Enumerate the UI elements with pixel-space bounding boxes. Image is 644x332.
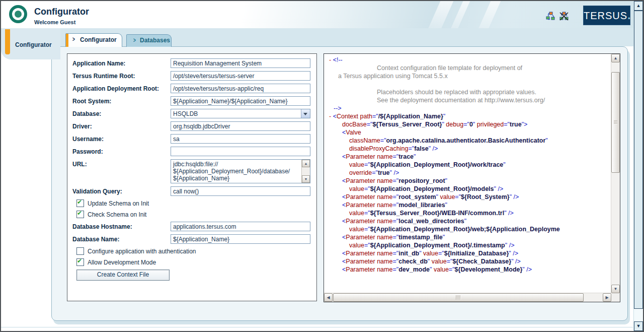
update-schema-checkbox[interactable]: ✔: [76, 200, 84, 207]
field-label: Database Hostname:: [72, 222, 171, 230]
xml-line: disableProxyCaching="false" />: [324, 145, 611, 153]
scroll-up-icon[interactable]: ▲: [611, 54, 620, 62]
field-label: Database Name:: [72, 234, 171, 243]
sidebar: Configurator: [1, 28, 60, 59]
xml-line: override="true" />: [324, 169, 611, 177]
xml-line: <Parameter name="root_system" value="${R…: [324, 193, 611, 201]
header-streak: [475, 1, 503, 28]
field-label: Application Deployment Root:: [72, 84, 171, 92]
xml-line: <Parameter name="trace": [324, 153, 611, 161]
xml-line: <Parameter name="local_web_directories": [324, 217, 611, 225]
scroll-up-icon[interactable]: ▲: [302, 160, 310, 167]
checkbox-row: ✔ Configure application with authenticat…: [76, 247, 316, 255]
url-textarea[interactable]: jdbc:hsqldb:file:// ${Application_Deploy…: [171, 159, 310, 183]
xml-line: value="${Application_Deployment_Root}/wo…: [324, 161, 611, 169]
xml-line: docBase="${Tersus_Server_Root}" debug="0…: [324, 120, 611, 128]
sidebar-item-configurator[interactable]: Configurator: [15, 41, 52, 48]
xml-line: <Parameter name="model_libraries": [324, 201, 611, 209]
tab-label: Configurator: [80, 36, 117, 43]
scrollbar-thumb[interactable]: [611, 72, 620, 173]
xml-line: Placeholders should be replaced with app…: [324, 88, 611, 96]
allow-dev-mode-checkbox[interactable]: ✔: [76, 258, 84, 266]
form-row: Database Hostname: applications.tersus.c…: [72, 222, 316, 231]
validation-query-input[interactable]: call now(): [171, 186, 310, 196]
scrollbar-thumb[interactable]: [634, 11, 643, 309]
form-row: Password:: [72, 147, 316, 156]
checkbox-row: ✔ Allow Development Mode: [76, 258, 316, 266]
xml-line: [324, 80, 611, 88]
application-name-input[interactable]: Requisition Management System: [171, 58, 310, 68]
tersus-runtime-root-input[interactable]: /opt/steve/tersus/tersus-server: [171, 71, 310, 81]
xml-horizontal-scrollbar[interactable]: ◀ ▶: [324, 293, 611, 302]
tab-accent-bar: [66, 34, 68, 47]
page-scrollbar[interactable]: ▲ ▼: [633, 1, 643, 331]
xml-line: <Parameter name="repository_root": [324, 177, 611, 185]
xml-line: className="org.apache.catalina.authentic…: [324, 137, 611, 145]
scroll-down-icon[interactable]: ▼: [634, 321, 643, 331]
checkbox-label: Check Schema on Init: [88, 211, 146, 218]
form-row: Tersus Runtime Root: /opt/steve/tersus/t…: [72, 71, 316, 81]
xml-line: - <Context path="/${Application_Name}": [324, 112, 611, 120]
create-context-file-button[interactable]: Create Context File: [76, 270, 170, 281]
xml-vertical-scrollbar[interactable]: ▲ ▼: [611, 54, 620, 293]
scrollbar-corner: [611, 293, 620, 302]
form-row: Database Name: ${Application_Name}: [72, 234, 316, 244]
root-system-input[interactable]: ${Application_Name}/${Application_Name}: [171, 96, 310, 106]
check-schema-checkbox[interactable]: ✔: [76, 211, 84, 218]
textarea-scrollbar[interactable]: ▲ ▼: [301, 160, 310, 183]
configure-auth-checkbox[interactable]: ✔: [76, 247, 84, 255]
form-row: Database: HSQLDB: [72, 109, 316, 118]
database-name-input[interactable]: ${Application_Name}: [171, 234, 310, 244]
field-label: Username:: [72, 134, 171, 143]
xml-line: a Tersus application using Tomcat 5.5.x: [324, 72, 611, 80]
password-input[interactable]: [171, 147, 310, 156]
dropdown-arrow-icon[interactable]: [301, 109, 310, 118]
scroll-right-icon[interactable]: ▶: [603, 293, 611, 302]
tab-databases[interactable]: > Databases: [126, 34, 172, 47]
xml-line: -->: [324, 104, 611, 112]
tab-configurator[interactable]: > Configurator: [65, 33, 122, 47]
form-row: URL: jdbc:hsqldb:file:// ${Application_D…: [72, 159, 316, 183]
scroll-down-icon[interactable]: ▼: [302, 175, 310, 183]
content-panel: Application Name: Requisition Management…: [51, 46, 628, 321]
scroll-up-icon[interactable]: ▲: [634, 1, 643, 11]
chevron-right-icon: >: [72, 36, 75, 43]
xml-line: <Valve: [324, 128, 611, 137]
driver-input[interactable]: org.hsqldb.jdbcDriver: [171, 121, 310, 131]
xml-line: <Parameter name="timestamp_file": [324, 233, 611, 241]
checkbox-label: Update Schema on Init: [88, 200, 149, 207]
app-window: Configurator Welcome Guest TERSUS. Appli…: [0, 0, 644, 332]
username-input[interactable]: sa: [171, 134, 310, 144]
database-hostname-input[interactable]: applications.tersus.com: [171, 222, 310, 231]
header-streak: [425, 1, 456, 28]
field-label: Root System:: [72, 96, 171, 105]
xml-line: <Parameter name="dev_mode" value="${Deve…: [324, 265, 611, 274]
scroll-down-icon[interactable]: ▼: [611, 285, 620, 293]
field-label: Tersus Runtime Root:: [72, 71, 171, 80]
welcome-text: Welcome Guest: [34, 19, 75, 25]
form-row: Application Deployment Root: /opt/steve/…: [72, 84, 316, 93]
xml-line: <Parameter name="check_db" value="${Chec…: [324, 257, 611, 265]
page-title: Configurator: [34, 7, 89, 17]
tab-label: Databases: [140, 37, 170, 44]
form-row: Validation Query: call now(): [72, 186, 316, 196]
xml-line: <Parameter name="init_db" value="${Initi…: [324, 249, 611, 257]
xml-preview-panel: - <!--Context configuration file templat…: [324, 53, 620, 302]
xml-line: value="${Application_Deployment_Root}/we…: [324, 225, 611, 233]
field-label: Database:: [72, 109, 171, 117]
scroll-left-icon[interactable]: ◀: [324, 293, 333, 302]
application-deployment-root-input[interactable]: /opt/steve/tersus/tersus-applic/req: [171, 84, 310, 93]
form-row: Username: sa: [72, 134, 316, 144]
form-row: Driver: org.hsqldb.jdbcDriver: [72, 121, 316, 131]
divider: [1, 327, 633, 327]
checkbox-row: ✔ Update Schema on Init: [76, 200, 316, 207]
checkbox-label: Allow Development Mode: [88, 259, 156, 266]
model-icon[interactable]: [546, 12, 555, 21]
checkbox-row: ✔ Check Schema on Init: [76, 211, 316, 218]
scrollbar-thumb[interactable]: [333, 293, 584, 302]
field-label: Driver:: [72, 121, 171, 130]
database-select[interactable]: HSQLDB: [171, 109, 310, 118]
chevron-right-icon: >: [133, 37, 136, 44]
xml-line: value="${Tersus_Server_Root}/WEB-INF/com…: [324, 209, 611, 217]
crossed-model-icon[interactable]: [559, 12, 569, 21]
